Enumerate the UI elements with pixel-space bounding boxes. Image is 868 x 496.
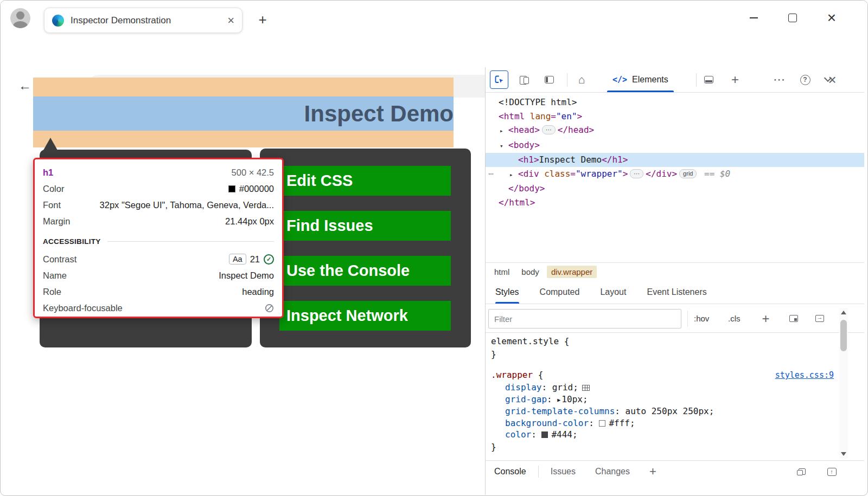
tab-layout[interactable]: Layout [600, 280, 626, 304]
back-button[interactable] [16, 76, 34, 95]
dom-tree-node[interactable]: <!DOCTYPE html> [486, 95, 864, 109]
inspect-element-button[interactable] [490, 70, 508, 89]
dom-tree-node[interactable]: </html> [486, 196, 864, 210]
css-line[interactable]: grid-gap: ▶10px; [486, 394, 864, 406]
rendering-emulations-icon [789, 315, 798, 322]
code-segment: color [505, 429, 531, 440]
title-bar: Inspector Demonstration [1, 1, 867, 35]
margin-highlight-bottom [33, 131, 454, 147]
expand-arrow-icon[interactable]: ▾ [500, 139, 508, 153]
tab-computed[interactable]: Computed [540, 280, 580, 304]
code-segment: class [539, 169, 571, 179]
drawer-tab-issues[interactable]: Issues [551, 467, 576, 476]
expand-drawer-button[interactable] [823, 463, 840, 480]
tab-styles[interactable]: Styles [495, 280, 519, 304]
css-line[interactable]: display: grid; [486, 382, 864, 394]
margin-highlight-top [33, 78, 454, 96]
stylesheet-link[interactable]: styles.css:9 [775, 369, 834, 382]
scrollbar-up-icon[interactable] [841, 311, 846, 314]
home-button[interactable] [572, 70, 591, 89]
code-segment: <div [518, 169, 539, 179]
name-value: Inspect Demo [219, 270, 274, 281]
name-label: Name [43, 270, 67, 281]
code-segment: <h1> [518, 154, 539, 165]
code-segment: ▶ [557, 397, 560, 403]
css-line[interactable]: color: #444; [486, 429, 864, 441]
inspect-tooltip: h1 500 × 42.5 Color #000000 Font 32px "S… [33, 158, 284, 318]
tooltip-margin-value: 21.44px 0px [225, 216, 274, 227]
dom-tree-node[interactable]: ⋯▸<div class="wrapper">⋯</div>grid == $0 [486, 167, 864, 182]
code-segment: > [623, 169, 628, 179]
breadcrumb-item[interactable]: body [517, 266, 544, 278]
minimize-button[interactable] [734, 1, 773, 35]
rule-spacer [486, 361, 864, 369]
drawer-tab-console[interactable]: Console [494, 467, 526, 476]
scrollbar-thumb[interactable] [840, 320, 847, 351]
breadcrumb-item[interactable]: div.wrapper [547, 266, 597, 278]
styles-pane: element.style {}.wrapper {styles.css:9di… [486, 333, 864, 460]
more-options-button[interactable] [770, 70, 788, 89]
dom-tree-node[interactable]: ▾<body> [486, 138, 864, 153]
code-segment: ⋯ [542, 125, 556, 134]
tab-elements[interactable]: </> Elements [604, 67, 677, 92]
drawer-tab-changes[interactable]: Changes [595, 467, 630, 476]
code-segment: ; [572, 429, 578, 440]
focus-mode-button[interactable] [540, 70, 558, 89]
browser-tab[interactable]: Inspector Demonstration [44, 8, 242, 33]
styles-filter-input[interactable] [488, 309, 681, 328]
code-segment [541, 431, 548, 438]
code-segment: Inspect Demo [539, 154, 602, 165]
computed-sidebar-button[interactable] [810, 310, 828, 327]
expand-arrow-icon[interactable]: ▸ [509, 168, 518, 182]
node-menu-icon[interactable]: ⋯ [488, 167, 493, 181]
demo-button[interactable]: Inspect Network [279, 301, 451, 331]
demo-button[interactable]: Use the Console [279, 256, 451, 286]
rendering-emulations-button[interactable] [784, 310, 802, 327]
inspect-cursor-icon [494, 74, 505, 85]
dom-tree-node[interactable]: <html lang="en"> [486, 109, 864, 124]
toolbar-divider [696, 73, 697, 87]
profile-avatar[interactable] [10, 8, 30, 28]
dom-tree-node[interactable]: </body> [486, 182, 864, 196]
expand-arrow-icon[interactable]: ▸ [500, 124, 508, 138]
contrast-sample: Aa [229, 254, 246, 265]
focus-mode-icon [545, 76, 554, 83]
maximize-button[interactable] [773, 1, 812, 35]
css-line[interactable]: element.style { [486, 335, 864, 348]
breadcrumb-item[interactable]: html [490, 266, 514, 278]
code-segment [599, 420, 605, 427]
demo-button[interactable]: Find Issues [279, 211, 451, 241]
styles-filter-row: :hov .cls [486, 304, 864, 333]
styles-scrollbar[interactable] [839, 308, 848, 459]
help-button[interactable] [796, 70, 814, 89]
css-line[interactable]: .wrapper {styles.css:9 [486, 369, 864, 382]
code-segment: </html> [499, 197, 535, 208]
code-segment: </h1> [602, 154, 628, 165]
css-line[interactable]: } [486, 348, 864, 361]
scrollbar-down-icon[interactable] [841, 452, 846, 456]
css-line[interactable]: } [486, 441, 864, 454]
new-tab-button[interactable] [253, 10, 272, 29]
tab-event-listeners[interactable]: Event Listeners [647, 280, 706, 304]
code-segment: <head> [508, 125, 540, 135]
css-line[interactable]: background-color: #fff; [486, 417, 864, 429]
drawer-add-button[interactable] [649, 465, 656, 479]
add-tools-button[interactable] [726, 70, 744, 89]
css-line[interactable]: grid-template-columns: auto 250px 250px; [486, 405, 864, 417]
close-window-button[interactable] [812, 1, 851, 35]
demo-button[interactable]: Edit CSS [279, 166, 451, 196]
contrast-label: Contrast [43, 254, 76, 265]
toggle-class-button[interactable]: .cls [728, 304, 741, 333]
tab-close-icon[interactable] [227, 14, 234, 28]
device-emulation-button[interactable] [515, 70, 533, 89]
code-segment: .wrapper [491, 370, 533, 380]
toggle-hover-state-button[interactable]: :hov [694, 304, 709, 333]
dom-tree-node[interactable]: <h1>Inspect Demo</h1> [486, 153, 864, 167]
console-drawer-icon [704, 76, 713, 83]
code-segment: ; [709, 406, 714, 416]
dock-drawer-button[interactable] [793, 463, 810, 480]
code-segment: <body> [508, 140, 540, 150]
console-drawer-button[interactable] [699, 70, 718, 89]
dom-tree-node[interactable]: ▸<head>⋯</head> [486, 123, 864, 138]
new-style-rule-button[interactable] [757, 310, 775, 327]
